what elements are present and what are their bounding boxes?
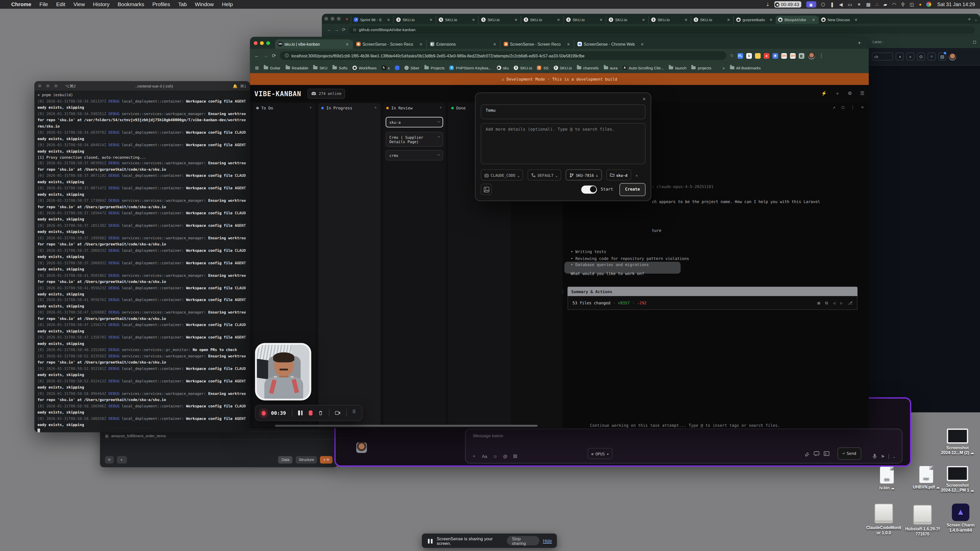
menu-item-bookmarks[interactable]: Bookmarks bbox=[118, 1, 144, 7]
stage-manager-icon[interactable]: ∴ bbox=[876, 2, 879, 7]
site-info-icon[interactable]: ⊙ bbox=[353, 27, 356, 32]
terminal-process-tab[interactable]: ✕ pnpm (esbuild) bbox=[38, 92, 247, 98]
tab-search-icon[interactable]: ⌄ bbox=[974, 17, 977, 21]
send-button[interactable]: ⏎ Send bbox=[837, 447, 861, 460]
bookmark-aura[interactable]: aura bbox=[604, 65, 617, 70]
tab-sku-io[interactable]: SSKU.io✕ bbox=[393, 16, 436, 24]
forward-icon[interactable]: → bbox=[334, 27, 339, 32]
settings-gear-icon[interactable]: ⚙ bbox=[848, 90, 852, 97]
add-task-icon[interactable]: ＋ bbox=[438, 105, 442, 110]
summary-header[interactable]: Summary & Actions bbox=[568, 287, 858, 296]
terminal-icon[interactable] bbox=[824, 451, 829, 456]
tab-sku-io[interactable]: SSKU.io✕ bbox=[478, 16, 521, 24]
close-tab-icon[interactable]: ✕ bbox=[684, 17, 688, 22]
close-tab-icon[interactable]: ✕ bbox=[854, 17, 858, 22]
attach-image-button[interactable] bbox=[480, 184, 492, 195]
terminal-titlebar[interactable]: ⌥⌘2 ..rontend-vue-3 (-zsh) 🔔 ⌘1 bbox=[35, 81, 250, 91]
bluetooth-icon[interactable]: ✶ bbox=[857, 2, 861, 7]
mention-icon[interactable]: @ bbox=[503, 454, 508, 458]
docker-icon[interactable]: ⬡ bbox=[821, 2, 825, 7]
discord-badge[interactable]: 274 online bbox=[307, 89, 345, 98]
profile-selector[interactable]: DEFAULT ⌄ bbox=[528, 169, 562, 181]
close-tab-icon[interactable]: ✕ bbox=[387, 17, 391, 22]
model-selector[interactable]: ≡ OPUS ▾ bbox=[587, 448, 613, 459]
emoji-icon[interactable]: ☺ bbox=[493, 454, 497, 458]
create-button[interactable]: Create bbox=[619, 183, 646, 196]
card-menu-icon[interactable]: ⋯ bbox=[438, 119, 440, 124]
diff-file-icon[interactable]: ▤ bbox=[818, 300, 820, 305]
back-address-bar[interactable]: ⊙ github.com/BloopAI/vibe-kanban bbox=[348, 26, 975, 33]
task-details-textarea[interactable]: Add more details (optional). Type @ to s… bbox=[480, 123, 646, 164]
task-card[interactable]: Crms ( Supplier Details Page)⋯ bbox=[386, 132, 443, 147]
run-button[interactable]: + R bbox=[320, 456, 332, 464]
mic-icon[interactable] bbox=[872, 454, 878, 459]
close-tab-icon[interactable]: ✕ bbox=[769, 17, 773, 22]
tab-extensions[interactable]: ◧Extensions✕ bbox=[426, 39, 500, 49]
notifications-icon[interactable]: ⚡ bbox=[821, 90, 827, 97]
bookmark-guitar[interactable]: Guitar bbox=[264, 65, 280, 70]
add-table-icon[interactable]: ＋ bbox=[117, 456, 127, 464]
extension-icon-0[interactable]: FL bbox=[738, 53, 743, 59]
bookmark-phpstorm-keyboa-[interactable]: KPHPStorm Keyboa... bbox=[450, 65, 492, 70]
battery-icon[interactable]: ▰ bbox=[883, 2, 887, 7]
tab-sku-io[interactable]: SSKU.io✕ bbox=[648, 16, 691, 24]
menu-icon[interactable]: ☰ bbox=[860, 90, 864, 97]
dialog-close-icon[interactable]: ✕ bbox=[643, 96, 646, 102]
pinned-favicon[interactable]: ♥ bbox=[345, 17, 348, 21]
new-tab-button[interactable]: ＋ bbox=[857, 39, 862, 46]
start-toggle[interactable] bbox=[581, 185, 597, 193]
zoom-window-button[interactable] bbox=[337, 17, 341, 21]
apps-grid-icon[interactable]: ⊞ bbox=[255, 65, 259, 70]
hide-button[interactable]: Hide bbox=[543, 538, 552, 543]
github-search-input[interactable]: ch bbox=[872, 52, 893, 61]
tab-screensense-chrome-web[interactable]: ▣ScreenSense - Chrome Web✕ bbox=[574, 39, 648, 49]
add-task-icon[interactable]: ＋ bbox=[374, 105, 377, 110]
close-tab-icon[interactable]: ✕ bbox=[429, 17, 433, 22]
control-center-icon[interactable]: ◫ bbox=[910, 2, 914, 7]
bookmark-sku[interactable]: SKU bbox=[313, 65, 328, 70]
new-tab-button[interactable]: ＋ bbox=[967, 15, 972, 22]
extension-icon-6[interactable]: DH bbox=[790, 53, 795, 59]
desktop-icon-screenshot[interactable]: Screenshot2024-12...PM 1 ☁ bbox=[937, 466, 977, 493]
close-tab-icon[interactable]: ✕ bbox=[471, 17, 476, 22]
create-new-icon[interactable]: ＋ bbox=[906, 52, 915, 61]
chrome-menu-icon[interactable]: ⋮ bbox=[819, 53, 824, 59]
git-branch-icon[interactable]: ⎇ bbox=[848, 300, 853, 305]
volume-icon[interactable]: ◀ bbox=[839, 2, 843, 7]
tab-sku-io-vibe-kanban[interactable]: VKsku.io | vibe-kanban✕ bbox=[275, 39, 353, 49]
desktop-icon-iv-bin[interactable]: BINiv.bin ☁ bbox=[867, 467, 907, 491]
send-options-icon[interactable]: ⌄ bbox=[892, 454, 896, 458]
close-tab-icon[interactable]: ✕ bbox=[493, 42, 497, 46]
close-window-button[interactable] bbox=[38, 84, 41, 87]
menu-item-history[interactable]: History bbox=[93, 1, 110, 7]
add-task-icon[interactable]: ＋ bbox=[309, 105, 312, 110]
kebab-menu-icon[interactable]: ⋮ bbox=[851, 105, 855, 110]
fullscreen-icon[interactable]: ▢ bbox=[842, 105, 844, 110]
bookmark-all-bookmarks[interactable]: All Bookmarks bbox=[730, 65, 760, 70]
vscode-icon[interactable]: ◁ bbox=[833, 300, 835, 305]
repo-selector[interactable]: sku-d bbox=[606, 169, 631, 181]
remove-repo-icon[interactable]: ✕ bbox=[635, 173, 638, 177]
desktop-icon-screenshot[interactable]: Screenshot2024-12...M (2) ☁ bbox=[937, 429, 977, 456]
download-icon[interactable]: ⇣ bbox=[765, 2, 770, 7]
sidebar-toggle-icon[interactable]: ≡ bbox=[105, 456, 113, 464]
close-tab-icon[interactable]: ✕ bbox=[556, 17, 561, 22]
tab-sku-io[interactable]: SSKU.io✕ bbox=[606, 16, 648, 24]
tab-sprint-96-s[interactable]: ↗Sprint 96 - S✕ bbox=[351, 16, 393, 24]
close-tab-icon[interactable]: ✕ bbox=[419, 42, 423, 46]
bookmark-icon[interactable] bbox=[395, 65, 399, 70]
bookmark-sku[interactable]: ◉sku bbox=[496, 65, 509, 70]
pause-share-icon[interactable]: ❚❚ bbox=[427, 538, 433, 543]
tab-sku-io[interactable]: SSKU.io✕ bbox=[563, 16, 606, 24]
add-icon[interactable]: ＋ bbox=[472, 453, 476, 459]
desktop-icon-screen-charm[interactable]: ▲Screen Charm1.4.0-arm64 bbox=[941, 503, 980, 532]
extension-icon-2[interactable] bbox=[755, 53, 760, 59]
bookmark-sku-io[interactable]: SSKU.io bbox=[514, 65, 532, 70]
stop-button[interactable] bbox=[309, 410, 313, 416]
bookmark-launch[interactable]: launch bbox=[669, 65, 687, 70]
extension-icon-4[interactable]: ❄ bbox=[773, 53, 778, 59]
close-tab-icon[interactable]: ✕ bbox=[345, 42, 349, 46]
bookmark-softs[interactable]: Softs bbox=[332, 65, 348, 70]
tab-gurpreetkaits[interactable]: ◉gurpreetkaits✕ bbox=[733, 16, 776, 24]
inbox-icon[interactable]: ▤ bbox=[938, 52, 946, 61]
